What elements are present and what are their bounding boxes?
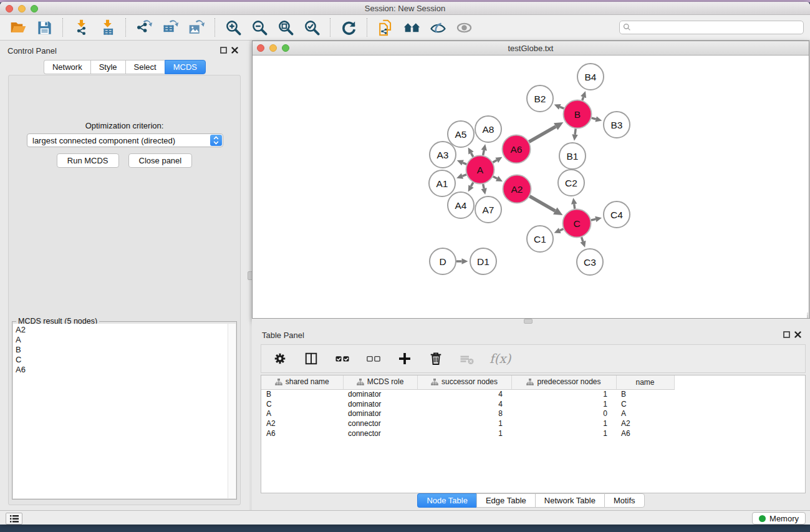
criterion-select[interactable]: largest connected component (directed) <box>27 133 223 147</box>
cell-predecessor-nodes[interactable]: 1 <box>511 399 616 409</box>
tab-motifs[interactable]: Motifs <box>604 493 645 508</box>
table-row[interactable]: Cdominator41C <box>261 399 805 409</box>
mcds-result-item[interactable]: A <box>16 335 226 345</box>
cell-successor-nodes[interactable]: 4 <box>417 399 511 409</box>
cell-predecessor-nodes[interactable]: 1 <box>511 418 616 428</box>
minimize-window-icon[interactable] <box>18 5 26 12</box>
table-settings-gear-icon[interactable] <box>271 349 289 368</box>
export-image-icon[interactable] <box>186 18 206 37</box>
network-canvas[interactable]: B4B2BB3A5A8A6A3B1AA1C2A2A4A7C4CC1C3DD1 <box>253 56 809 320</box>
duplicate-network-icon[interactable] <box>375 18 395 37</box>
column-header-name[interactable]: name <box>616 375 674 389</box>
first-neighbors-icon[interactable] <box>402 18 422 37</box>
cell-shared-name[interactable]: C <box>261 399 343 409</box>
network-window-titlebar[interactable]: testGlobe.txt <box>253 41 809 56</box>
cell-MCDS-role[interactable]: dominator <box>343 389 417 399</box>
net-close-icon[interactable] <box>257 44 264 52</box>
cell-predecessor-nodes[interactable]: 1 <box>511 389 616 399</box>
tab-edge-table[interactable]: Edge Table <box>476 493 535 508</box>
edge-C-C3[interactable] <box>582 237 583 241</box>
mcds-result-item[interactable]: A6 <box>16 365 226 375</box>
column-header-MCDS-role[interactable]: MCDS role <box>343 375 417 389</box>
edge-A-A5[interactable] <box>471 153 473 157</box>
table-row[interactable]: Bdominator41B <box>261 389 805 399</box>
cell-MCDS-role[interactable]: dominator <box>343 399 417 409</box>
export-network-icon[interactable] <box>134 18 154 37</box>
zoom-selected-icon[interactable] <box>302 18 322 37</box>
cell-name[interactable]: B <box>616 389 674 399</box>
cell-MCDS-role[interactable]: connector <box>343 428 417 438</box>
maximize-window-icon[interactable] <box>31 5 38 12</box>
edge-B-B4[interactable] <box>582 97 584 100</box>
cell-name[interactable]: A6 <box>616 428 674 438</box>
tab-style[interactable]: Style <box>90 60 125 74</box>
edge-A2-C[interactable] <box>529 196 555 211</box>
float-panel-icon[interactable] <box>220 47 227 54</box>
table-row[interactable]: A2connector11A2 <box>261 418 805 428</box>
memory-button[interactable]: Memory <box>752 512 806 525</box>
tab-node-table[interactable]: Node Table <box>417 493 476 508</box>
delete-table-icon[interactable] <box>458 349 476 368</box>
run-mcds-button[interactable]: Run MCDS <box>57 153 119 168</box>
edge-B-B1[interactable] <box>575 128 576 134</box>
import-table-icon[interactable] <box>97 18 117 37</box>
zoom-out-icon[interactable] <box>249 18 269 37</box>
mcds-result-item[interactable]: A2 <box>16 325 226 335</box>
horizontal-splitter[interactable] <box>252 319 810 327</box>
cell-shared-name[interactable]: A6 <box>261 428 343 438</box>
edge-B-B3[interactable] <box>592 118 596 119</box>
edge-A-A4[interactable] <box>471 183 473 186</box>
tab-network-table[interactable]: Network Table <box>535 493 604 508</box>
cell-successor-nodes[interactable]: 1 <box>417 428 511 438</box>
task-history-button[interactable] <box>6 513 22 525</box>
cell-successor-nodes[interactable]: 4 <box>417 389 511 399</box>
node-table[interactable]: shared nameMCDS rolesuccessor nodesprede… <box>261 375 806 493</box>
edge-A-A8[interactable] <box>483 150 485 155</box>
result-scrollbar[interactable] <box>228 324 236 498</box>
cell-successor-nodes[interactable]: 8 <box>417 409 511 419</box>
mcds-result-item[interactable]: B <box>16 345 226 355</box>
mcds-result-item[interactable]: C <box>16 355 226 365</box>
edge-C-C1[interactable] <box>560 229 564 230</box>
save-session-icon[interactable] <box>34 18 54 37</box>
table-row[interactable]: A6connector11A6 <box>261 428 805 438</box>
edge-A6-B[interactable] <box>529 127 556 142</box>
zoom-fit-icon[interactable] <box>276 18 296 37</box>
network-graph[interactable]: B4B2BB3A5A8A6A3B1AA1C2A2A4A7C4CC1C3DD1 <box>253 56 809 320</box>
cell-MCDS-role[interactable]: connector <box>343 418 417 428</box>
edge-A-A2[interactable] <box>493 177 497 178</box>
cell-name[interactable]: A2 <box>616 418 674 428</box>
edge-A-A1[interactable] <box>462 175 466 176</box>
close-table-panel-icon[interactable] <box>794 331 801 338</box>
select-all-icon[interactable] <box>334 349 351 368</box>
deselect-all-icon[interactable] <box>365 349 382 368</box>
export-table-icon[interactable] <box>160 18 180 37</box>
add-column-plus-icon[interactable] <box>396 349 413 368</box>
cell-predecessor-nodes[interactable]: 1 <box>511 428 616 438</box>
edge-A-A7[interactable] <box>483 184 484 188</box>
close-window-icon[interactable] <box>6 5 13 12</box>
tab-network[interactable]: Network <box>44 60 90 74</box>
cell-MCDS-role[interactable]: dominator <box>343 409 417 419</box>
tab-select[interactable]: Select <box>125 60 165 74</box>
graphics-details-icon[interactable] <box>428 18 448 37</box>
cell-shared-name[interactable]: B <box>261 389 343 399</box>
edge-C-C4[interactable] <box>591 219 595 220</box>
edge-A-A3[interactable] <box>463 163 466 164</box>
close-panel-button[interactable]: Close panel <box>128 153 193 168</box>
cell-name[interactable]: C <box>616 399 674 409</box>
column-header-predecessor-nodes[interactable]: predecessor nodes <box>511 375 616 389</box>
show-columns-icon[interactable] <box>302 349 320 368</box>
bird-eye-view-icon[interactable] <box>454 18 474 37</box>
cell-shared-name[interactable]: A <box>261 409 343 419</box>
cell-successor-nodes[interactable]: 1 <box>417 418 511 428</box>
search-input[interactable] <box>619 21 804 34</box>
zoom-in-icon[interactable] <box>223 18 243 37</box>
tab-mcds[interactable]: MCDS <box>165 60 206 74</box>
net-maximize-icon[interactable] <box>282 44 289 52</box>
import-network-icon[interactable] <box>71 18 91 37</box>
refresh-view-icon[interactable] <box>339 18 359 37</box>
column-header-successor-nodes[interactable]: successor nodes <box>417 375 511 389</box>
net-minimize-icon[interactable] <box>269 44 277 52</box>
edge-C-C2[interactable] <box>574 204 575 209</box>
